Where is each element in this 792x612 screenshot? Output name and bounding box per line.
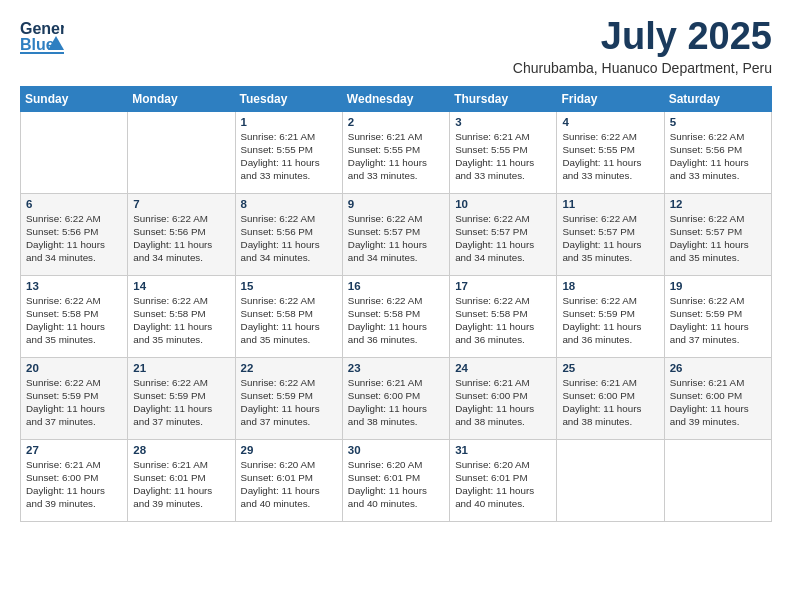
logo: General Blue bbox=[20, 16, 66, 54]
calendar-cell: 23Sunrise: 6:21 AM Sunset: 6:00 PM Dayli… bbox=[342, 357, 449, 439]
page: General Blue July 2025 Churubamba, Huanu… bbox=[0, 0, 792, 612]
calendar-cell: 10Sunrise: 6:22 AM Sunset: 5:57 PM Dayli… bbox=[450, 193, 557, 275]
day-number: 9 bbox=[348, 198, 444, 210]
day-info: Sunrise: 6:22 AM Sunset: 5:58 PM Dayligh… bbox=[26, 294, 122, 347]
calendar-week-1: 1Sunrise: 6:21 AM Sunset: 5:55 PM Daylig… bbox=[21, 111, 772, 193]
calendar-cell: 30Sunrise: 6:20 AM Sunset: 6:01 PM Dayli… bbox=[342, 439, 449, 521]
calendar-cell: 31Sunrise: 6:20 AM Sunset: 6:01 PM Dayli… bbox=[450, 439, 557, 521]
day-info: Sunrise: 6:22 AM Sunset: 5:59 PM Dayligh… bbox=[562, 294, 658, 347]
day-number: 31 bbox=[455, 444, 551, 456]
weekday-header-thursday: Thursday bbox=[450, 86, 557, 111]
calendar-cell: 27Sunrise: 6:21 AM Sunset: 6:00 PM Dayli… bbox=[21, 439, 128, 521]
day-number: 30 bbox=[348, 444, 444, 456]
calendar-cell: 5Sunrise: 6:22 AM Sunset: 5:56 PM Daylig… bbox=[664, 111, 771, 193]
weekday-header-saturday: Saturday bbox=[664, 86, 771, 111]
day-number: 8 bbox=[241, 198, 337, 210]
calendar-week-3: 13Sunrise: 6:22 AM Sunset: 5:58 PM Dayli… bbox=[21, 275, 772, 357]
day-info: Sunrise: 6:22 AM Sunset: 5:58 PM Dayligh… bbox=[348, 294, 444, 347]
title-area: July 2025 Churubamba, Huanuco Department… bbox=[513, 16, 772, 76]
day-number: 26 bbox=[670, 362, 766, 374]
calendar-cell: 21Sunrise: 6:22 AM Sunset: 5:59 PM Dayli… bbox=[128, 357, 235, 439]
svg-text:General: General bbox=[20, 20, 64, 37]
day-number: 24 bbox=[455, 362, 551, 374]
weekday-header-sunday: Sunday bbox=[21, 86, 128, 111]
day-info: Sunrise: 6:22 AM Sunset: 5:58 PM Dayligh… bbox=[133, 294, 229, 347]
svg-text:Blue: Blue bbox=[20, 36, 55, 53]
day-number: 1 bbox=[241, 116, 337, 128]
day-number: 12 bbox=[670, 198, 766, 210]
day-info: Sunrise: 6:22 AM Sunset: 5:57 PM Dayligh… bbox=[670, 212, 766, 265]
weekday-header-tuesday: Tuesday bbox=[235, 86, 342, 111]
day-info: Sunrise: 6:21 AM Sunset: 6:01 PM Dayligh… bbox=[133, 458, 229, 511]
day-number: 7 bbox=[133, 198, 229, 210]
calendar-week-2: 6Sunrise: 6:22 AM Sunset: 5:56 PM Daylig… bbox=[21, 193, 772, 275]
day-number: 6 bbox=[26, 198, 122, 210]
calendar-cell: 24Sunrise: 6:21 AM Sunset: 6:00 PM Dayli… bbox=[450, 357, 557, 439]
day-number: 11 bbox=[562, 198, 658, 210]
day-number: 25 bbox=[562, 362, 658, 374]
day-info: Sunrise: 6:22 AM Sunset: 5:58 PM Dayligh… bbox=[455, 294, 551, 347]
day-info: Sunrise: 6:21 AM Sunset: 5:55 PM Dayligh… bbox=[455, 130, 551, 183]
calendar-cell: 3Sunrise: 6:21 AM Sunset: 5:55 PM Daylig… bbox=[450, 111, 557, 193]
logo-icon: General Blue bbox=[20, 16, 64, 54]
subtitle: Churubamba, Huanuco Department, Peru bbox=[513, 60, 772, 76]
calendar-cell bbox=[664, 439, 771, 521]
day-number: 3 bbox=[455, 116, 551, 128]
calendar-cell: 13Sunrise: 6:22 AM Sunset: 5:58 PM Dayli… bbox=[21, 275, 128, 357]
day-number: 16 bbox=[348, 280, 444, 292]
day-number: 21 bbox=[133, 362, 229, 374]
calendar-cell: 12Sunrise: 6:22 AM Sunset: 5:57 PM Dayli… bbox=[664, 193, 771, 275]
day-info: Sunrise: 6:20 AM Sunset: 6:01 PM Dayligh… bbox=[241, 458, 337, 511]
day-info: Sunrise: 6:22 AM Sunset: 5:57 PM Dayligh… bbox=[455, 212, 551, 265]
day-number: 4 bbox=[562, 116, 658, 128]
day-number: 17 bbox=[455, 280, 551, 292]
calendar-cell: 4Sunrise: 6:22 AM Sunset: 5:55 PM Daylig… bbox=[557, 111, 664, 193]
calendar-cell bbox=[128, 111, 235, 193]
calendar-table: SundayMondayTuesdayWednesdayThursdayFrid… bbox=[20, 86, 772, 522]
day-info: Sunrise: 6:21 AM Sunset: 5:55 PM Dayligh… bbox=[241, 130, 337, 183]
day-number: 18 bbox=[562, 280, 658, 292]
calendar-cell: 9Sunrise: 6:22 AM Sunset: 5:57 PM Daylig… bbox=[342, 193, 449, 275]
calendar-week-4: 20Sunrise: 6:22 AM Sunset: 5:59 PM Dayli… bbox=[21, 357, 772, 439]
day-info: Sunrise: 6:22 AM Sunset: 5:59 PM Dayligh… bbox=[133, 376, 229, 429]
calendar-cell: 16Sunrise: 6:22 AM Sunset: 5:58 PM Dayli… bbox=[342, 275, 449, 357]
day-info: Sunrise: 6:22 AM Sunset: 5:59 PM Dayligh… bbox=[241, 376, 337, 429]
day-info: Sunrise: 6:21 AM Sunset: 6:00 PM Dayligh… bbox=[455, 376, 551, 429]
day-info: Sunrise: 6:21 AM Sunset: 6:00 PM Dayligh… bbox=[348, 376, 444, 429]
calendar-cell: 8Sunrise: 6:22 AM Sunset: 5:56 PM Daylig… bbox=[235, 193, 342, 275]
day-number: 14 bbox=[133, 280, 229, 292]
day-number: 5 bbox=[670, 116, 766, 128]
day-info: Sunrise: 6:22 AM Sunset: 5:57 PM Dayligh… bbox=[562, 212, 658, 265]
calendar-cell: 18Sunrise: 6:22 AM Sunset: 5:59 PM Dayli… bbox=[557, 275, 664, 357]
calendar-cell bbox=[21, 111, 128, 193]
day-info: Sunrise: 6:22 AM Sunset: 5:55 PM Dayligh… bbox=[562, 130, 658, 183]
calendar-cell: 26Sunrise: 6:21 AM Sunset: 6:00 PM Dayli… bbox=[664, 357, 771, 439]
calendar-cell: 1Sunrise: 6:21 AM Sunset: 5:55 PM Daylig… bbox=[235, 111, 342, 193]
calendar-cell: 14Sunrise: 6:22 AM Sunset: 5:58 PM Dayli… bbox=[128, 275, 235, 357]
day-number: 15 bbox=[241, 280, 337, 292]
calendar-cell: 28Sunrise: 6:21 AM Sunset: 6:01 PM Dayli… bbox=[128, 439, 235, 521]
month-title: July 2025 bbox=[513, 16, 772, 58]
weekday-header-wednesday: Wednesday bbox=[342, 86, 449, 111]
day-number: 29 bbox=[241, 444, 337, 456]
calendar-cell: 19Sunrise: 6:22 AM Sunset: 5:59 PM Dayli… bbox=[664, 275, 771, 357]
calendar-cell: 7Sunrise: 6:22 AM Sunset: 5:56 PM Daylig… bbox=[128, 193, 235, 275]
day-info: Sunrise: 6:22 AM Sunset: 5:59 PM Dayligh… bbox=[670, 294, 766, 347]
day-number: 28 bbox=[133, 444, 229, 456]
calendar-cell bbox=[557, 439, 664, 521]
day-number: 22 bbox=[241, 362, 337, 374]
day-number: 27 bbox=[26, 444, 122, 456]
day-info: Sunrise: 6:20 AM Sunset: 6:01 PM Dayligh… bbox=[455, 458, 551, 511]
day-info: Sunrise: 6:22 AM Sunset: 5:56 PM Dayligh… bbox=[670, 130, 766, 183]
weekday-header-row: SundayMondayTuesdayWednesdayThursdayFrid… bbox=[21, 86, 772, 111]
day-info: Sunrise: 6:21 AM Sunset: 6:00 PM Dayligh… bbox=[562, 376, 658, 429]
calendar-cell: 17Sunrise: 6:22 AM Sunset: 5:58 PM Dayli… bbox=[450, 275, 557, 357]
day-info: Sunrise: 6:22 AM Sunset: 5:56 PM Dayligh… bbox=[241, 212, 337, 265]
day-info: Sunrise: 6:21 AM Sunset: 6:00 PM Dayligh… bbox=[670, 376, 766, 429]
day-number: 13 bbox=[26, 280, 122, 292]
day-info: Sunrise: 6:22 AM Sunset: 5:57 PM Dayligh… bbox=[348, 212, 444, 265]
day-number: 19 bbox=[670, 280, 766, 292]
day-info: Sunrise: 6:22 AM Sunset: 5:56 PM Dayligh… bbox=[26, 212, 122, 265]
weekday-header-monday: Monday bbox=[128, 86, 235, 111]
calendar-cell: 2Sunrise: 6:21 AM Sunset: 5:55 PM Daylig… bbox=[342, 111, 449, 193]
